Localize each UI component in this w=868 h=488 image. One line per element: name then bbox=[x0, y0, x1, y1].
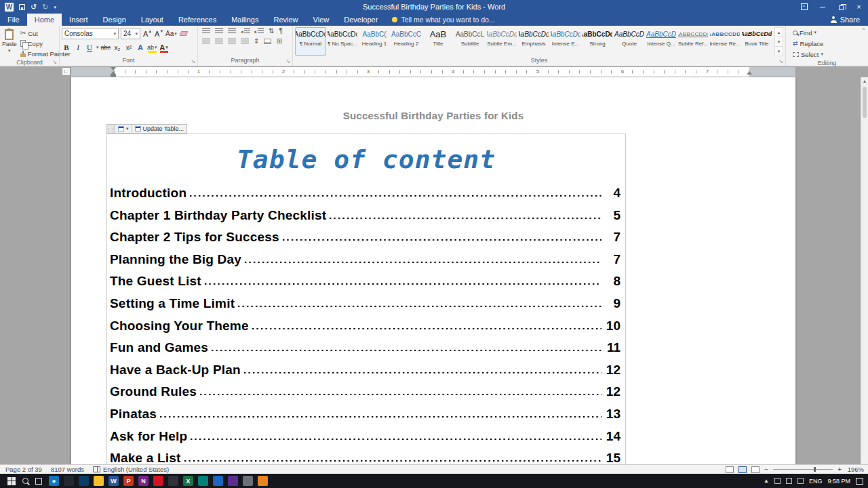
style-chip[interactable]: AaBbCcDdI Book Title bbox=[741, 27, 772, 56]
paste-dropdown-icon[interactable]: ▾ bbox=[8, 48, 11, 54]
clipboard-dialog-launcher[interactable]: ↘ bbox=[52, 60, 57, 65]
bullets-icon[interactable] bbox=[202, 28, 210, 35]
toc-entry[interactable]: Chapter 1 Birthday Party Checklist 5 bbox=[110, 205, 620, 227]
pinned-app-icon[interactable]: W bbox=[108, 476, 119, 486]
clock[interactable]: 9:58 PM bbox=[827, 478, 850, 485]
page-indicator[interactable]: Page 2 of 39 bbox=[5, 466, 42, 473]
taskbar-search-icon[interactable] bbox=[22, 478, 28, 484]
toc-entry[interactable]: Setting a Time Limit 9 bbox=[110, 293, 620, 315]
pilcrow-icon[interactable]: ¶ bbox=[279, 28, 282, 35]
ribbon-tab[interactable]: Home bbox=[27, 14, 62, 26]
tray-icon[interactable] bbox=[786, 478, 792, 484]
grow-font-button[interactable]: A▴ bbox=[142, 28, 152, 39]
style-chip[interactable]: AaBbCcD Intense Q... bbox=[646, 27, 677, 56]
style-chip[interactable]: AaBbCcDdl Strong bbox=[582, 27, 613, 56]
update-table-button[interactable]: Update Table... bbox=[132, 124, 187, 134]
zoom-level[interactable]: 196% bbox=[846, 466, 864, 473]
style-chip[interactable]: AaBbCcL Subtitle bbox=[454, 27, 486, 56]
italic-button[interactable]: I bbox=[73, 42, 83, 53]
change-case-button[interactable]: Aa▾ bbox=[165, 28, 177, 39]
tray-expand-icon[interactable]: ▲ bbox=[764, 478, 769, 484]
right-indent-marker[interactable] bbox=[747, 71, 752, 75]
styles-dialog-launcher[interactable]: ↘ bbox=[778, 59, 783, 64]
ribbon-display-options-button[interactable]: ^ bbox=[795, 0, 813, 14]
restore-button[interactable] bbox=[831, 0, 850, 14]
subscript-button[interactable]: x₂ bbox=[113, 42, 122, 53]
undo-icon[interactable]: ↺ bbox=[31, 3, 37, 11]
toc-entry[interactable]: Have a Back-Up Plan 12 bbox=[110, 359, 620, 382]
redo-icon[interactable]: ↻ bbox=[42, 3, 48, 11]
shrink-font-button[interactable]: A▾ bbox=[154, 28, 163, 39]
vertical-scrollbar[interactable]: ▲ bbox=[861, 77, 868, 464]
pinned-app-icon[interactable] bbox=[243, 476, 253, 486]
toc-entry[interactable]: Pinatas 13 bbox=[110, 403, 620, 426]
word-count[interactable]: 8107 words bbox=[51, 466, 84, 473]
toc-entry[interactable]: Planning the Big Day 7 bbox=[110, 249, 620, 271]
pinned-app-icon[interactable]: P bbox=[123, 476, 134, 486]
numbering-icon[interactable] bbox=[215, 28, 223, 35]
toc-entry[interactable]: Introduction 4 bbox=[110, 182, 620, 205]
tell-me-box[interactable]: Tell me what you want to do... bbox=[392, 14, 494, 26]
zoom-slider-thumb[interactable] bbox=[814, 467, 816, 472]
minimize-button[interactable] bbox=[813, 0, 831, 14]
qat-customize-icon[interactable]: ▾ bbox=[54, 5, 56, 9]
style-chip[interactable]: AaBbCcDdl Emphasis bbox=[518, 27, 549, 56]
pinned-app-icon[interactable] bbox=[64, 476, 74, 486]
toc-entry[interactable]: Ask for Help 14 bbox=[110, 426, 620, 448]
pinned-app-icon[interactable] bbox=[228, 476, 238, 486]
ribbon-tab[interactable]: Insert bbox=[62, 14, 96, 26]
font-color-button[interactable]: A▾ bbox=[159, 42, 169, 53]
highlight-color-button[interactable]: ab▾ bbox=[147, 42, 157, 53]
tab-selector[interactable]: ∟ bbox=[62, 67, 71, 76]
toc-drag-handle[interactable]: ⋮⋮ bbox=[106, 124, 115, 134]
line-spacing-icon[interactable]: ⇕ bbox=[254, 38, 259, 45]
read-mode-button[interactable] bbox=[726, 466, 734, 473]
styles-gallery-more-icon[interactable]: ▼ bbox=[774, 47, 783, 56]
style-chip[interactable]: AaBbCcC Heading 2 bbox=[391, 27, 422, 56]
clear-formatting-button[interactable] bbox=[179, 28, 189, 39]
zoom-in-button[interactable]: + bbox=[837, 466, 842, 473]
font-dialog-launcher[interactable]: ↘ bbox=[191, 59, 195, 64]
style-chip[interactable]: AaBbCcDc ¶ No Spac... bbox=[327, 27, 358, 56]
toc-entry[interactable]: Make a List 15 bbox=[110, 447, 620, 464]
left-indent-marker[interactable] bbox=[111, 75, 116, 77]
toc-entry[interactable]: Chapter 2 Tips for Success 7 bbox=[110, 226, 620, 249]
toc-menu-button[interactable]: ▾ bbox=[115, 124, 132, 134]
ribbon-tab[interactable]: Review bbox=[267, 14, 306, 26]
ribbon-tab[interactable]: View bbox=[306, 14, 337, 26]
language-badge[interactable]: ENG bbox=[809, 478, 823, 485]
align-left-icon[interactable] bbox=[202, 39, 210, 45]
collapse-ribbon-icon[interactable]: ⌃ bbox=[861, 28, 866, 34]
paragraph-dialog-launcher[interactable]: ↘ bbox=[285, 59, 290, 64]
word-app-icon[interactable]: W bbox=[5, 3, 14, 12]
print-layout-button[interactable] bbox=[738, 466, 747, 473]
close-button[interactable]: × bbox=[850, 0, 868, 14]
pinned-app-icon[interactable] bbox=[213, 476, 223, 486]
align-right-icon[interactable] bbox=[228, 39, 236, 45]
align-center-icon[interactable] bbox=[215, 39, 223, 45]
pinned-app-icon[interactable]: e bbox=[49, 476, 59, 486]
style-chip[interactable]: AaBbCcDdl Subtle Em... bbox=[486, 27, 517, 56]
font-family-select[interactable]: Consolas▾ bbox=[62, 28, 119, 39]
pinned-app-icon[interactable] bbox=[79, 476, 89, 486]
multilevel-list-icon[interactable] bbox=[228, 28, 236, 35]
style-chip[interactable]: AaBbC( Heading 1 bbox=[359, 27, 390, 56]
decrease-indent-button[interactable]: ◂ bbox=[241, 28, 250, 35]
style-chip[interactable]: AaBbCcDdl Intense E... bbox=[550, 27, 581, 56]
justify-icon[interactable] bbox=[241, 39, 249, 45]
share-button[interactable]: Share bbox=[831, 14, 868, 26]
strikethrough-button[interactable]: abc bbox=[101, 42, 111, 53]
toc-entry[interactable]: Fun and Games 11 bbox=[110, 337, 620, 359]
select-button[interactable]: Select▾ bbox=[793, 49, 866, 59]
start-button[interactable] bbox=[7, 477, 16, 485]
shading-icon[interactable] bbox=[264, 39, 271, 44]
find-button[interactable]: Find▾ bbox=[793, 28, 866, 37]
underline-button[interactable]: U bbox=[85, 42, 94, 53]
ribbon-tab[interactable]: Design bbox=[96, 14, 134, 26]
text-effects-button[interactable]: A bbox=[136, 42, 145, 53]
save-icon[interactable] bbox=[19, 4, 25, 10]
superscript-button[interactable]: x² bbox=[124, 42, 134, 53]
toc-entry[interactable]: Choosing Your Theme 10 bbox=[110, 315, 620, 338]
zoom-out-button[interactable]: − bbox=[764, 466, 768, 473]
task-view-icon[interactable] bbox=[35, 478, 42, 485]
